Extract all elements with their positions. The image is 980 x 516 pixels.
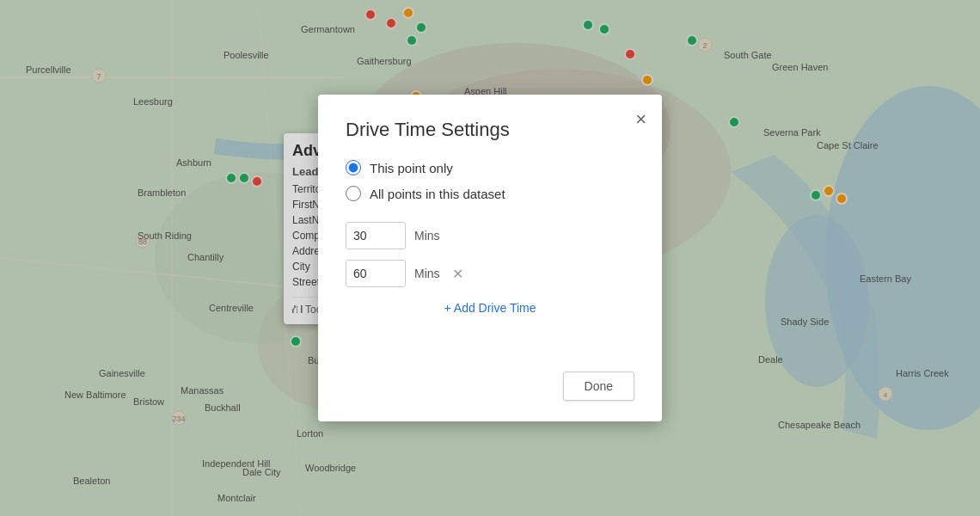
radio-option-this-point[interactable]: This point only — [346, 160, 634, 175]
radio-label-all-points: All points in this dataset — [370, 187, 505, 201]
done-button[interactable]: Done — [563, 372, 634, 401]
radio-option-all-points[interactable]: All points in this dataset — [346, 186, 634, 201]
done-btn-row: Done — [346, 372, 634, 401]
drive-time-row-1: Mins — [346, 222, 634, 249]
mins-label-2: Mins — [414, 267, 440, 280]
radio-label-this-point: This point only — [370, 161, 453, 175]
modal-overlay: Drive Time Settings × This point only Al… — [0, 0, 980, 516]
remove-drive-time-button[interactable]: ✕ — [449, 264, 467, 284]
drive-time-modal: Drive Time Settings × This point only Al… — [318, 95, 662, 421]
mins-label-1: Mins — [414, 229, 440, 243]
radio-group: This point only All points in this datas… — [346, 160, 634, 201]
drive-time-rows: Mins Mins ✕ — [346, 222, 634, 287]
drive-time-row-2: Mins ✕ — [346, 260, 634, 287]
radio-this-point[interactable] — [346, 160, 361, 175]
add-drive-time-button[interactable]: + Add Drive Time — [346, 301, 634, 315]
modal-title: Drive Time Settings — [346, 119, 634, 141]
modal-close-button[interactable]: × — [635, 110, 646, 129]
drive-time-input-2[interactable] — [346, 260, 406, 287]
radio-all-points[interactable] — [346, 186, 361, 201]
drive-time-input-1[interactable] — [346, 222, 406, 249]
